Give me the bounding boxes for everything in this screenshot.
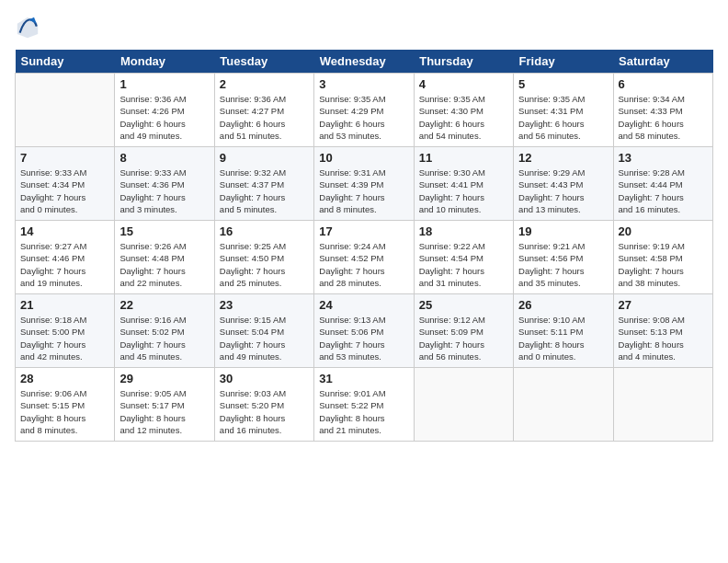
day-number: 3 xyxy=(319,77,408,91)
day-number: 11 xyxy=(419,151,508,165)
calendar-cell xyxy=(16,74,115,147)
weekday-header: Sunday xyxy=(16,50,115,74)
day-number: 8 xyxy=(119,151,209,165)
calendar-week-row: 28Sunrise: 9:06 AM Sunset: 5:15 PM Dayli… xyxy=(16,368,713,442)
day-info: Sunrise: 9:22 AM Sunset: 4:54 PM Dayligh… xyxy=(419,240,508,289)
day-number: 26 xyxy=(518,298,608,312)
day-number: 25 xyxy=(419,298,508,312)
calendar-cell xyxy=(613,368,712,442)
day-number: 9 xyxy=(220,151,309,165)
calendar-cell: 30Sunrise: 9:03 AM Sunset: 5:20 PM Dayli… xyxy=(214,368,313,442)
day-info: Sunrise: 9:15 AM Sunset: 5:04 PM Dayligh… xyxy=(220,314,309,362)
calendar-week-row: 21Sunrise: 9:18 AM Sunset: 5:00 PM Dayli… xyxy=(16,294,713,368)
day-number: 19 xyxy=(518,224,608,238)
calendar-cell: 23Sunrise: 9:15 AM Sunset: 5:04 PM Dayli… xyxy=(214,294,313,368)
day-number: 24 xyxy=(319,298,408,312)
day-number: 16 xyxy=(220,224,309,238)
calendar-cell xyxy=(514,368,613,442)
calendar-cell: 21Sunrise: 9:18 AM Sunset: 5:00 PM Dayli… xyxy=(16,294,115,368)
calendar-cell: 31Sunrise: 9:01 AM Sunset: 5:22 PM Dayli… xyxy=(314,368,414,442)
day-info: Sunrise: 9:01 AM Sunset: 5:22 PM Dayligh… xyxy=(319,387,408,436)
calendar-cell: 25Sunrise: 9:12 AM Sunset: 5:09 PM Dayli… xyxy=(414,294,513,368)
day-number: 12 xyxy=(518,151,608,165)
calendar-cell: 14Sunrise: 9:27 AM Sunset: 4:46 PM Dayli… xyxy=(16,221,115,294)
calendar-cell: 6Sunrise: 9:34 AM Sunset: 4:33 PM Daylig… xyxy=(613,74,712,147)
calendar-cell: 19Sunrise: 9:21 AM Sunset: 4:56 PM Dayli… xyxy=(514,221,613,294)
day-info: Sunrise: 9:32 AM Sunset: 4:37 PM Dayligh… xyxy=(220,167,309,215)
calendar-cell: 3Sunrise: 9:35 AM Sunset: 4:29 PM Daylig… xyxy=(314,74,414,147)
page-header xyxy=(15,15,713,40)
calendar-cell xyxy=(414,368,513,442)
calendar-cell: 9Sunrise: 9:32 AM Sunset: 4:37 PM Daylig… xyxy=(214,147,313,221)
day-info: Sunrise: 9:13 AM Sunset: 5:06 PM Dayligh… xyxy=(319,314,408,362)
day-number: 13 xyxy=(619,151,708,165)
page-container: SundayMondayTuesdayWednesdayThursdayFrid… xyxy=(0,0,728,449)
day-number: 4 xyxy=(419,77,508,91)
weekday-header: Thursday xyxy=(414,50,513,74)
day-info: Sunrise: 9:03 AM Sunset: 5:20 PM Dayligh… xyxy=(220,387,309,436)
day-info: Sunrise: 9:26 AM Sunset: 4:48 PM Dayligh… xyxy=(119,240,209,289)
calendar-cell: 5Sunrise: 9:35 AM Sunset: 4:31 PM Daylig… xyxy=(514,74,613,147)
day-number: 14 xyxy=(20,224,109,238)
day-number: 10 xyxy=(319,151,408,165)
calendar-cell: 20Sunrise: 9:19 AM Sunset: 4:58 PM Dayli… xyxy=(613,221,712,294)
day-info: Sunrise: 9:06 AM Sunset: 5:15 PM Dayligh… xyxy=(20,387,109,436)
calendar-cell: 17Sunrise: 9:24 AM Sunset: 4:52 PM Dayli… xyxy=(314,221,414,294)
day-number: 1 xyxy=(119,77,209,91)
day-info: Sunrise: 9:35 AM Sunset: 4:30 PM Dayligh… xyxy=(419,93,508,142)
weekday-header: Monday xyxy=(115,50,214,74)
day-number: 30 xyxy=(220,372,309,385)
calendar-cell: 7Sunrise: 9:33 AM Sunset: 4:34 PM Daylig… xyxy=(16,147,115,221)
logo xyxy=(15,15,42,40)
day-number: 15 xyxy=(119,224,209,238)
calendar-week-row: 14Sunrise: 9:27 AM Sunset: 4:46 PM Dayli… xyxy=(16,221,713,294)
day-number: 6 xyxy=(619,77,708,91)
day-info: Sunrise: 9:30 AM Sunset: 4:41 PM Dayligh… xyxy=(419,167,508,215)
day-number: 29 xyxy=(119,372,209,385)
calendar-cell: 28Sunrise: 9:06 AM Sunset: 5:15 PM Dayli… xyxy=(16,368,115,442)
day-number: 18 xyxy=(419,224,508,238)
calendar-cell: 22Sunrise: 9:16 AM Sunset: 5:02 PM Dayli… xyxy=(115,294,214,368)
weekday-header: Friday xyxy=(514,50,613,74)
weekday-header: Wednesday xyxy=(314,50,414,74)
day-info: Sunrise: 9:16 AM Sunset: 5:02 PM Dayligh… xyxy=(119,314,209,362)
calendar-table: SundayMondayTuesdayWednesdayThursdayFrid… xyxy=(15,50,713,442)
day-number: 20 xyxy=(619,224,708,238)
calendar-week-row: 7Sunrise: 9:33 AM Sunset: 4:34 PM Daylig… xyxy=(16,147,713,221)
day-info: Sunrise: 9:05 AM Sunset: 5:17 PM Dayligh… xyxy=(119,387,209,436)
day-info: Sunrise: 9:08 AM Sunset: 5:13 PM Dayligh… xyxy=(619,314,708,362)
day-info: Sunrise: 9:24 AM Sunset: 4:52 PM Dayligh… xyxy=(319,240,408,289)
calendar-cell: 12Sunrise: 9:29 AM Sunset: 4:43 PM Dayli… xyxy=(514,147,613,221)
day-number: 17 xyxy=(319,224,408,238)
day-number: 28 xyxy=(20,372,109,385)
calendar-cell: 13Sunrise: 9:28 AM Sunset: 4:44 PM Dayli… xyxy=(613,147,712,221)
day-info: Sunrise: 9:34 AM Sunset: 4:33 PM Dayligh… xyxy=(619,93,708,142)
calendar-cell: 18Sunrise: 9:22 AM Sunset: 4:54 PM Dayli… xyxy=(414,221,513,294)
calendar-cell: 27Sunrise: 9:08 AM Sunset: 5:13 PM Dayli… xyxy=(613,294,712,368)
day-number: 21 xyxy=(20,298,109,312)
day-info: Sunrise: 9:33 AM Sunset: 4:36 PM Dayligh… xyxy=(119,167,209,215)
calendar-cell: 11Sunrise: 9:30 AM Sunset: 4:41 PM Dayli… xyxy=(414,147,513,221)
day-number: 31 xyxy=(319,372,408,385)
calendar-cell: 29Sunrise: 9:05 AM Sunset: 5:17 PM Dayli… xyxy=(115,368,214,442)
day-info: Sunrise: 9:25 AM Sunset: 4:50 PM Dayligh… xyxy=(220,240,309,289)
calendar-cell: 2Sunrise: 9:36 AM Sunset: 4:27 PM Daylig… xyxy=(214,74,313,147)
calendar-cell: 1Sunrise: 9:36 AM Sunset: 4:26 PM Daylig… xyxy=(115,74,214,147)
weekday-header: Saturday xyxy=(613,50,712,74)
day-info: Sunrise: 9:21 AM Sunset: 4:56 PM Dayligh… xyxy=(518,240,608,289)
calendar-cell: 4Sunrise: 9:35 AM Sunset: 4:30 PM Daylig… xyxy=(414,74,513,147)
day-info: Sunrise: 9:29 AM Sunset: 4:43 PM Dayligh… xyxy=(518,167,608,215)
day-number: 2 xyxy=(220,77,309,91)
day-info: Sunrise: 9:28 AM Sunset: 4:44 PM Dayligh… xyxy=(619,167,708,215)
calendar-cell: 26Sunrise: 9:10 AM Sunset: 5:11 PM Dayli… xyxy=(514,294,613,368)
calendar-header-row: SundayMondayTuesdayWednesdayThursdayFrid… xyxy=(16,50,713,74)
calendar-cell: 8Sunrise: 9:33 AM Sunset: 4:36 PM Daylig… xyxy=(115,147,214,221)
day-info: Sunrise: 9:10 AM Sunset: 5:11 PM Dayligh… xyxy=(518,314,608,362)
weekday-header: Tuesday xyxy=(214,50,313,74)
day-number: 27 xyxy=(619,298,708,312)
day-number: 5 xyxy=(518,77,608,91)
calendar-week-row: 1Sunrise: 9:36 AM Sunset: 4:26 PM Daylig… xyxy=(16,74,713,147)
day-info: Sunrise: 9:33 AM Sunset: 4:34 PM Dayligh… xyxy=(20,167,109,215)
calendar-cell: 24Sunrise: 9:13 AM Sunset: 5:06 PM Dayli… xyxy=(314,294,414,368)
day-info: Sunrise: 9:27 AM Sunset: 4:46 PM Dayligh… xyxy=(20,240,109,289)
